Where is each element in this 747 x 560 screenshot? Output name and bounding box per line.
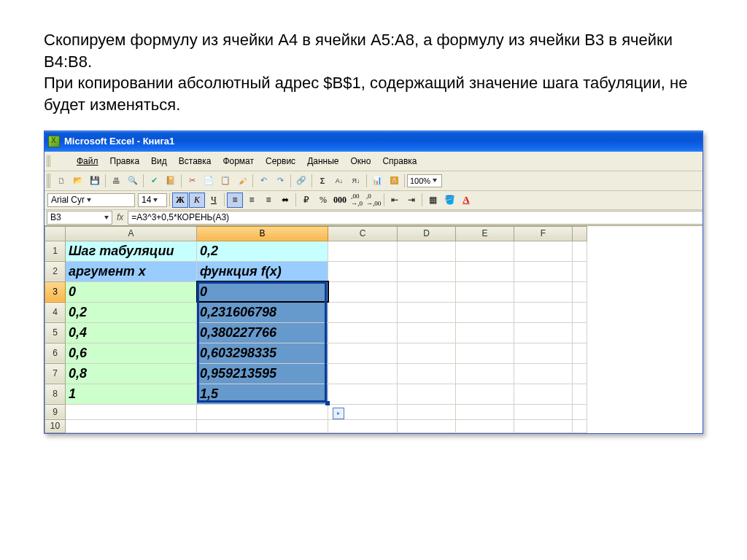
cell-B4[interactable]: 0,231606798 — [197, 302, 328, 322]
row-header-4[interactable]: 4 — [45, 302, 66, 322]
row-header-9[interactable]: 9 — [45, 404, 66, 419]
menubar-grip[interactable] — [47, 155, 51, 167]
col-header-A[interactable]: A — [66, 226, 197, 241]
sort-desc-button[interactable]: Я↓ — [348, 173, 364, 189]
open-button[interactable]: 📂 — [70, 173, 86, 189]
paste-button[interactable]: 📋 — [217, 173, 233, 189]
cell-F2[interactable] — [514, 261, 573, 281]
increase-decimal-button[interactable]: ,00→,0 — [349, 192, 365, 208]
redo-button[interactable]: ↷ — [272, 173, 288, 189]
cell-F10[interactable] — [514, 419, 573, 432]
print-button[interactable]: 🖶 — [108, 173, 124, 189]
cell-C1[interactable] — [328, 241, 398, 261]
cell-tail-10[interactable] — [573, 419, 587, 432]
chart-wizard-button[interactable]: 📊 — [369, 173, 385, 189]
cell-D3[interactable] — [398, 281, 456, 302]
cell-F8[interactable] — [514, 384, 573, 404]
worksheet-grid[interactable]: ABCDEF1Шаг табуляции0,22аргумент хфункци… — [44, 226, 703, 433]
cell-F7[interactable] — [514, 363, 573, 384]
cell-F6[interactable] — [514, 343, 573, 363]
cell-tail-7[interactable] — [573, 363, 587, 384]
cell-B5[interactable]: 0,380227766 — [197, 322, 328, 343]
decrease-decimal-button[interactable]: ,0→,00 — [365, 192, 382, 208]
row-header-5[interactable]: 5 — [45, 322, 66, 343]
undo-button[interactable]: ↶ — [255, 173, 271, 189]
titlebar[interactable]: Microsoft Excel - Книга1 — [44, 131, 703, 152]
cell-B2[interactable]: функция f(x) — [197, 261, 328, 281]
cell-A9[interactable] — [66, 404, 197, 419]
cell-D4[interactable] — [398, 302, 456, 322]
cell-F5[interactable] — [514, 322, 573, 343]
cell-B6[interactable]: 0,603298335 — [197, 343, 328, 363]
cell-C8[interactable] — [328, 384, 398, 404]
formula-input[interactable]: =A3^3+0,5*КОРЕНЬ(A3) — [128, 211, 703, 225]
toolbar-grip[interactable] — [47, 174, 51, 188]
italic-button[interactable]: К — [189, 192, 205, 208]
cell-tail-9[interactable] — [573, 404, 587, 419]
print-preview-button[interactable]: 🔍 — [125, 173, 141, 189]
cell-C10[interactable] — [328, 419, 398, 432]
cell-D6[interactable] — [398, 343, 456, 363]
cell-E6[interactable] — [456, 343, 514, 363]
cell-B10[interactable] — [197, 419, 328, 432]
spellcheck-button[interactable]: ✔ — [146, 173, 162, 189]
row-header-7[interactable]: 7 — [45, 363, 66, 384]
increase-indent-button[interactable]: ⇥ — [403, 192, 419, 208]
menu-help[interactable]: Справка — [377, 154, 422, 168]
cell-F1[interactable] — [514, 241, 573, 261]
cell-D9[interactable] — [398, 404, 456, 419]
cell-A7[interactable]: 0,8 — [66, 363, 197, 384]
app-menu-icon[interactable] — [54, 153, 70, 169]
cell-A1[interactable]: Шаг табуляции — [66, 241, 197, 261]
underline-button[interactable]: Ч — [206, 192, 222, 208]
smart-tag-icon[interactable] — [333, 408, 344, 419]
cell-C3[interactable] — [328, 281, 398, 302]
fill-handle[interactable] — [325, 401, 330, 405]
cell-C2[interactable] — [328, 261, 398, 281]
cell-tail-2[interactable] — [573, 261, 587, 281]
cell-A3[interactable]: 0 — [66, 281, 197, 302]
cell-B9[interactable] — [197, 404, 328, 419]
cell-tail-8[interactable] — [573, 384, 587, 404]
cell-B7[interactable]: 0,959213595 — [197, 363, 328, 384]
menu-data[interactable]: Данные — [302, 154, 344, 168]
drawing-button[interactable]: 🅰 — [386, 173, 402, 189]
align-right-button[interactable]: ≡ — [260, 192, 276, 208]
menu-view[interactable]: Вид — [146, 154, 172, 168]
cell-B1[interactable]: 0,2 — [197, 241, 328, 261]
row-header-2[interactable]: 2 — [45, 261, 66, 281]
fill-color-button[interactable]: 🪣 — [441, 192, 457, 208]
cell-E10[interactable] — [456, 419, 514, 432]
col-header-D[interactable]: D — [398, 226, 456, 241]
cell-A10[interactable] — [66, 419, 197, 432]
cell-tail-4[interactable] — [573, 302, 587, 322]
col-header-B[interactable]: B — [197, 226, 328, 241]
merge-center-button[interactable]: ⬌ — [277, 192, 293, 208]
font-name-box[interactable]: Arial Cyr — [47, 193, 135, 207]
menu-edit[interactable]: Правка — [105, 154, 145, 168]
cell-E1[interactable] — [456, 241, 514, 261]
cell-E8[interactable] — [456, 384, 514, 404]
cell-A5[interactable]: 0,4 — [66, 322, 197, 343]
cell-D10[interactable] — [398, 419, 456, 432]
borders-button[interactable]: ▦ — [425, 192, 441, 208]
cell-D7[interactable] — [398, 363, 456, 384]
cell-A6[interactable]: 0,6 — [66, 343, 197, 363]
row-header-1[interactable]: 1 — [45, 241, 66, 261]
cell-C9[interactable] — [328, 404, 398, 419]
cell-tail-5[interactable] — [573, 322, 587, 343]
cell-E5[interactable] — [456, 322, 514, 343]
cell-A2[interactable]: аргумент х — [66, 261, 197, 281]
menu-window[interactable]: Окно — [345, 154, 376, 168]
menu-insert[interactable]: Вставка — [174, 154, 217, 168]
row-header-3[interactable]: 3 — [45, 281, 66, 302]
cell-D2[interactable] — [398, 261, 456, 281]
hyperlink-button[interactable]: 🔗 — [293, 173, 309, 189]
new-button[interactable]: 🗋 — [53, 173, 69, 189]
copy-button[interactable]: 📄 — [201, 173, 217, 189]
cell-B8[interactable]: 1,5 — [197, 384, 328, 404]
bold-button[interactable]: Ж — [172, 192, 188, 208]
cell-C4[interactable] — [328, 302, 398, 322]
menu-tools[interactable]: Сервис — [260, 154, 301, 168]
fx-icon[interactable]: fx — [117, 212, 123, 222]
